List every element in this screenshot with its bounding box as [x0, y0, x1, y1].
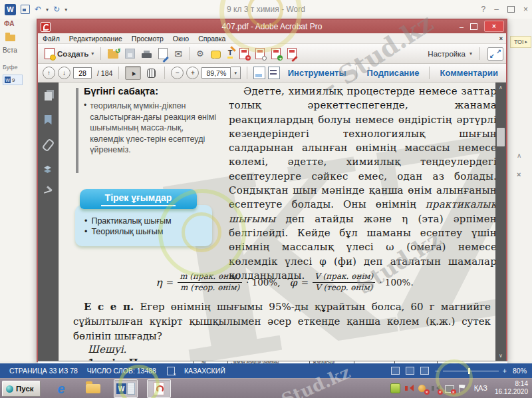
next-page-button[interactable]: ↓: [58, 67, 70, 79]
zoom-out-button[interactable]: −: [171, 67, 184, 79]
open-button[interactable]: [104, 49, 122, 59]
taskbar-word-button[interactable]: W: [114, 379, 138, 398]
word-count-status[interactable]: ЧИСЛО СЛОВ: 13488: [87, 367, 156, 375]
clock-time: 8:14: [495, 380, 528, 389]
print-layout-icon[interactable]: [406, 367, 414, 375]
menu-view[interactable]: Просмотр: [127, 35, 168, 43]
acrobat-titlebar[interactable]: 407.pdf - Adobe Acrobat Pro – ×: [38, 20, 506, 33]
menu-edit[interactable]: Редактирование: [65, 35, 127, 43]
find-in-pdf-button[interactable]: [252, 47, 268, 61]
minus-icon: −: [176, 69, 180, 77]
save-icon[interactable]: [21, 5, 30, 14]
qat-customize-icon[interactable]: ▾: [65, 7, 67, 13]
word-clipboard-group-label: Буфе: [3, 64, 18, 71]
arrow-sw-icon: ↙: [489, 53, 495, 59]
sign-document-button[interactable]: [155, 47, 171, 61]
menu-window[interactable]: Окно: [168, 35, 194, 43]
menubar-close-icon[interactable]: ×: [499, 35, 503, 42]
save-button[interactable]: [122, 47, 138, 60]
page-count-status[interactable]: СТРАНИЦА 33 ИЗ 78: [9, 367, 78, 375]
zoom-in-icon[interactable]: +: [503, 367, 507, 375]
email-button[interactable]: ✉: [171, 48, 186, 60]
acrobat-minimize-button[interactable]: –: [460, 23, 464, 31]
clipboard-item[interactable]: W 9: [3, 75, 23, 85]
acrobat-maximize-button[interactable]: [470, 23, 477, 30]
pages-panel-icon[interactable]: [45, 92, 52, 100]
create-pdf-button[interactable]: Создать ▾: [41, 47, 97, 61]
menu-help[interactable]: Справка: [194, 35, 230, 43]
word-close-button[interactable]: ×: [523, 5, 528, 14]
word-help-icon[interactable]: ?: [481, 5, 486, 14]
zoom-level-value[interactable]: 89,7%: [201, 67, 231, 79]
pdf-document-page[interactable]: KZ Бүгінгі сабақта: • теориялық мүмкін-д…: [59, 83, 495, 361]
taskbar-clock[interactable]: 8:14 16.12.2020: [495, 380, 528, 397]
previous-page-button[interactable]: ↑: [43, 67, 55, 79]
word-insert-tab[interactable]: Вста: [3, 47, 17, 54]
tools-panel-button[interactable]: Инструменты: [281, 68, 353, 78]
hand-tool-button[interactable]: [144, 67, 158, 79]
read-mode-icon[interactable]: [391, 367, 400, 375]
action-center-flag-icon[interactable]: [458, 384, 467, 393]
folder-icon[interactable]: [5, 35, 15, 41]
fit-width-button[interactable]: [268, 67, 280, 79]
attachments-panel-icon[interactable]: [41, 138, 55, 152]
delete-pages-button[interactable]: ×: [236, 47, 252, 61]
word-zoom-value[interactable]: 80%: [513, 367, 527, 375]
scroll-down-icon[interactable]: ∨: [495, 353, 506, 359]
redo-icon[interactable]: ↻: [53, 5, 60, 13]
settings-dropdown-icon[interactable]: ▾: [469, 51, 472, 57]
scroll-up-icon[interactable]: ∧: [495, 85, 506, 91]
word-minimize-button[interactable]: –: [494, 5, 499, 14]
comments-panel-button[interactable]: Комментарии: [433, 68, 505, 78]
menu-file[interactable]: Файл: [38, 35, 65, 43]
start-button[interactable]: Пуск: [2, 381, 41, 397]
scrollbar-thumb[interactable]: [497, 128, 505, 146]
network-error-icon[interactable]: ×: [445, 384, 454, 393]
print-button[interactable]: [138, 50, 155, 57]
proofing-status-icon[interactable]: [167, 367, 175, 375]
zoom-level-combo[interactable]: 89,7% ▾: [201, 67, 241, 79]
word-ribbon-fragment[interactable]: ТОІ ▸: [510, 36, 531, 48]
language-status[interactable]: КАЗАХСКИЙ: [184, 367, 225, 375]
settings-button[interactable]: Настройка: [428, 50, 466, 58]
fullscreen-toggle-button[interactable]: ↗ ↙: [487, 47, 503, 61]
ribbon-collapse-icon[interactable]: ∧: [517, 152, 521, 159]
acrobat-scrollbar[interactable]: ∧ ∨: [495, 83, 506, 361]
export-pdf-button[interactable]: ➜: [268, 47, 284, 61]
security-alert-icon[interactable]: ×: [418, 384, 427, 393]
taskbar-ie-icon[interactable]: e: [50, 380, 72, 397]
volume-icon[interactable]: [405, 384, 414, 393]
muted-speaker-icon[interactable]: ×: [432, 384, 440, 393]
zoom-out-icon[interactable]: −: [435, 367, 439, 375]
word-zoom-slider[interactable]: − +: [435, 367, 507, 375]
acrobat-navigation-sidebar: [38, 83, 59, 361]
comment-button[interactable]: [207, 49, 224, 59]
undo-icon[interactable]: ↶: [35, 5, 41, 13]
preferences-button[interactable]: ⚙: [193, 48, 207, 59]
page-number-input[interactable]: [73, 67, 92, 79]
zoom-dropdown-icon[interactable]: ▾: [231, 67, 241, 79]
tray-app-icon[interactable]: [390, 383, 400, 393]
edit-pdf-button[interactable]: [284, 47, 300, 61]
taskbar-acrobat-button[interactable]: [147, 379, 171, 398]
word-pane-close-icon[interactable]: ×: [517, 170, 521, 178]
highlight-button[interactable]: Т: [224, 48, 237, 60]
zoom-in-button[interactable]: +: [186, 67, 199, 79]
layers-panel-icon[interactable]: [44, 166, 52, 174]
bookmarks-panel-icon[interactable]: [45, 115, 52, 124]
open-folder-icon: [108, 51, 118, 59]
single-page-view-button[interactable]: [253, 67, 265, 79]
sign-panel-button[interactable]: Подписание: [360, 68, 426, 78]
language-indicator[interactable]: ҚАЗ: [474, 384, 487, 392]
word-restore-button[interactable]: [507, 6, 515, 13]
zoom-slider-thumb[interactable]: [468, 368, 470, 374]
signatures-panel-icon[interactable]: [43, 188, 53, 196]
clock-date: 16.12.2020: [495, 388, 528, 397]
web-layout-icon[interactable]: [420, 367, 429, 375]
key-terms-title: Тірек ұғымдар: [101, 192, 176, 206]
select-tool-button[interactable]: ▲: [125, 66, 141, 80]
undo-dropdown-icon[interactable]: ▾: [46, 7, 49, 13]
word-file-tab[interactable]: ФА: [4, 20, 15, 27]
acrobat-close-button[interactable]: ×: [484, 21, 504, 32]
taskbar-explorer-icon[interactable]: [82, 380, 104, 397]
